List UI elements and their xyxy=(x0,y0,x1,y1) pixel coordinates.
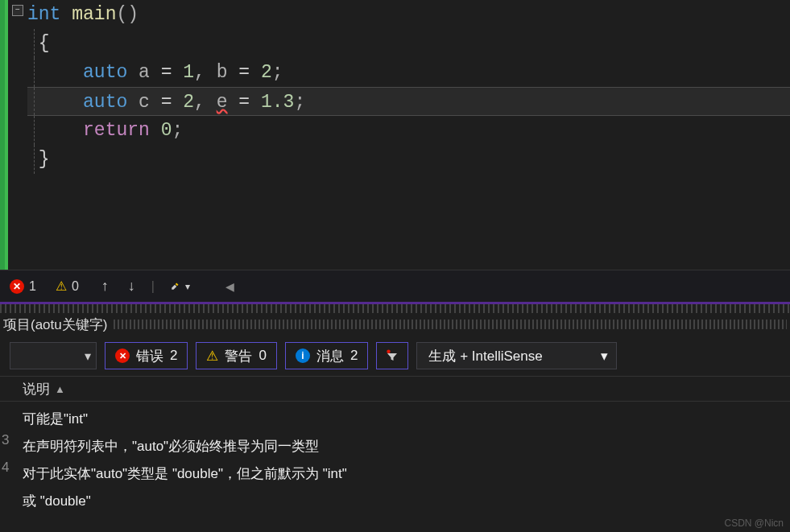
num-token: 1 xyxy=(183,62,194,83)
panel-resize-handle[interactable] xyxy=(0,302,790,313)
code-editor[interactable]: − int main() { auto a = 1, b = 2; auto c… xyxy=(0,0,790,270)
keyword-token: return xyxy=(83,120,150,141)
warnings-filter-count: 0 xyxy=(259,348,266,364)
funnel-icon xyxy=(385,348,399,363)
num-token: 2 xyxy=(261,62,272,83)
watermark-text: CSDN @Nicn xyxy=(724,518,784,529)
errors-filter-label: 错误 xyxy=(136,347,163,365)
code-line[interactable]: } xyxy=(27,145,790,174)
svg-point-0 xyxy=(387,350,391,354)
message-text: 可能是"int" xyxy=(23,410,88,428)
status-bar: ✕ 1 ⚠ 0 ↑ ↓ | ▾ ◀ xyxy=(0,270,790,302)
filter-toolbar: ▾ ✕ 错误 2 ⚠ 警告 0 i 消息 2 生成 + IntelliSense… xyxy=(0,336,790,376)
error-list-header[interactable]: 说明 ▲ xyxy=(0,376,790,402)
brush-icon xyxy=(168,279,182,294)
column-description-header: 说明 xyxy=(23,380,50,398)
warnings-filter-label: 警告 xyxy=(225,347,252,365)
nav-up-icon[interactable]: ↑ xyxy=(98,278,112,295)
error-count-button[interactable]: ✕ 1 xyxy=(10,279,36,294)
var-token: a xyxy=(139,62,150,83)
panel-grip[interactable] xyxy=(114,320,787,329)
errors-filter-button[interactable]: ✕ 错误 2 xyxy=(105,342,188,369)
scroll-left-icon[interactable]: ◀ xyxy=(225,280,234,293)
messages-filter-button[interactable]: i 消息 2 xyxy=(285,342,368,369)
message-text: 或 "double" xyxy=(23,492,91,510)
chevron-down-icon: ▾ xyxy=(601,348,608,365)
keyword-token: auto xyxy=(83,92,127,113)
num-token: 0 xyxy=(161,120,172,141)
warning-count: 0 xyxy=(72,279,79,294)
list-item[interactable]: 或 "double" xyxy=(0,487,790,514)
error-icon: ✕ xyxy=(10,279,24,294)
var-token-error: e xyxy=(217,92,228,113)
num-token: 1.3 xyxy=(261,92,294,113)
row-index: 3 xyxy=(2,432,9,448)
num-token: 2 xyxy=(183,92,194,113)
errors-filter-count: 2 xyxy=(170,348,177,364)
paren-close: ) xyxy=(127,4,139,25)
var-token: b xyxy=(217,62,228,83)
message-text: 在声明符列表中，"auto"必须始终推导为同一类型 xyxy=(23,437,319,456)
row-index: 4 xyxy=(2,460,9,476)
func-token: main xyxy=(72,4,116,25)
project-filter-dropdown[interactable]: ▾ xyxy=(10,342,97,369)
list-item[interactable]: 可能是"int" xyxy=(0,405,790,432)
build-source-dropdown[interactable]: 生成 + IntelliSense ▾ xyxy=(416,342,616,369)
keyword-token: auto xyxy=(83,62,127,83)
code-lines[interactable]: int main() { auto a = 1, b = 2; auto c =… xyxy=(27,0,790,270)
panel-title: 项目(aotu关键字) xyxy=(3,315,107,334)
list-item[interactable]: 3 在声明符列表中，"auto"必须始终推导为同一类型 xyxy=(0,432,790,460)
code-line[interactable]: auto a = 1, b = 2; xyxy=(27,58,790,87)
message-text: 对于此实体"auto"类型是 "double"，但之前默示为 "int" xyxy=(23,464,347,483)
var-token: c xyxy=(139,92,150,113)
separator: | xyxy=(151,279,155,294)
warnings-filter-button[interactable]: ⚠ 警告 0 xyxy=(196,342,276,369)
nav-down-icon[interactable]: ↓ xyxy=(125,278,139,295)
list-item[interactable]: 4 对于此实体"auto"类型是 "double"，但之前默示为 "int" xyxy=(0,460,790,487)
filter-funnel-button[interactable] xyxy=(376,342,408,369)
code-line[interactable]: int main() xyxy=(27,0,790,29)
fold-toggle-icon[interactable]: − xyxy=(12,5,23,16)
panel-header: 项目(aotu关键字) xyxy=(0,313,790,336)
warning-count-button[interactable]: ⚠ 0 xyxy=(56,278,79,294)
error-icon: ✕ xyxy=(115,348,130,363)
warning-icon: ⚠ xyxy=(206,348,218,365)
chevron-down-icon: ▾ xyxy=(85,348,91,364)
clear-button[interactable]: ▾ xyxy=(168,279,190,294)
code-line[interactable]: return 0; xyxy=(27,116,790,145)
code-line-active[interactable]: auto c = 2, e = 1.3; xyxy=(27,87,790,116)
messages-filter-label: 消息 xyxy=(316,347,344,365)
chevron-down-icon: ▾ xyxy=(185,281,190,292)
brace-token: { xyxy=(39,33,50,54)
messages-filter-count: 2 xyxy=(350,348,358,364)
error-list[interactable]: 可能是"int" 3 在声明符列表中，"auto"必须始终推导为同一类型 4 对… xyxy=(0,402,790,532)
type-token: int xyxy=(27,4,60,25)
paren-open: ( xyxy=(116,4,127,25)
build-source-label: 生成 + IntelliSense xyxy=(428,347,542,365)
error-count: 1 xyxy=(29,279,36,294)
info-icon: i xyxy=(296,348,310,363)
brace-token: } xyxy=(39,149,50,170)
sort-asc-icon: ▲ xyxy=(55,383,65,395)
gutter: − xyxy=(8,0,27,270)
code-line[interactable]: { xyxy=(27,29,790,58)
warning-icon: ⚠ xyxy=(56,278,67,294)
